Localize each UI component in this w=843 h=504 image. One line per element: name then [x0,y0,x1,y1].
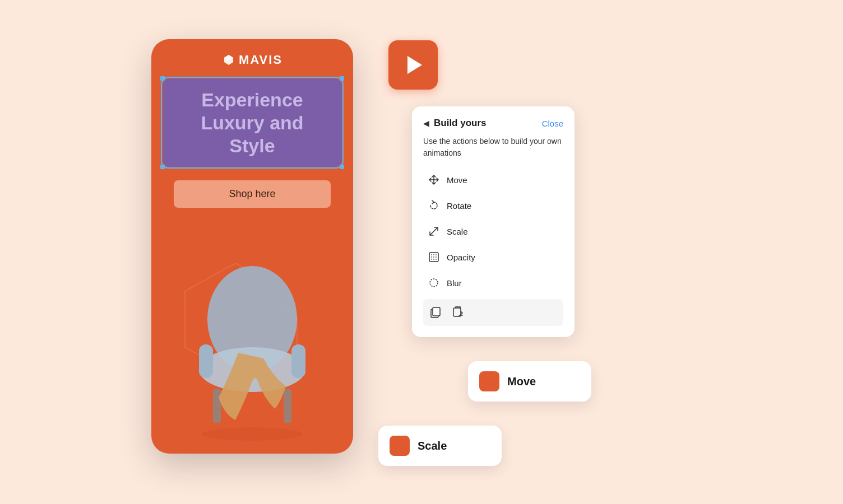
shop-button[interactable]: Shop here [174,180,331,208]
corner-handle-tl [160,76,165,81]
title-group: ◀ Build yours [423,118,487,129]
corner-handle-br [340,165,344,169]
action-item-opacity[interactable]: Opacity [423,245,563,269]
action-item-blur[interactable]: Blur [423,271,563,295]
opacity-icon [428,251,440,263]
scale-card-label: Scale [418,440,447,452]
build-panel: ◀ Build yours Close Use the actions belo… [412,106,575,337]
action-item-scale[interactable]: Scale [423,220,563,243]
blur-icon [428,277,440,289]
logo-text: MAVIS [239,53,282,67]
panel-title: Build yours [434,118,487,129]
svg-rect-7 [284,389,291,423]
close-button[interactable]: Close [542,119,563,128]
corner-handle-bl [160,165,165,169]
svg-point-8 [202,427,303,441]
move-card[interactable]: Move [468,361,591,402]
scale-icon [428,225,440,237]
move-card-icon [479,371,499,391]
action-label-opacity: Opacity [447,253,475,262]
bottom-icons-row [423,299,563,326]
move-card-label: Move [507,375,536,388]
main-container: MAVIS Experience Luxury and Style Shop h… [0,0,843,504]
scale-card-icon [390,436,410,456]
action-item-rotate[interactable]: Rotate [423,194,563,217]
phone-title-box: Experience Luxury and Style [163,78,342,167]
action-label-scale: Scale [447,227,468,236]
action-label-move: Move [447,175,467,185]
svg-rect-6 [213,389,221,423]
panel-description: Use the actions below to build your own … [423,136,563,159]
mavis-logo: MAVIS [222,53,282,67]
action-list: Move Rotate Scale [423,168,563,295]
panel-arrow-icon: ◀ [423,119,429,128]
paste-icon-button[interactable] [450,305,466,320]
corner-handle-tr [340,76,344,81]
action-item-move[interactable]: Move [423,168,563,192]
svg-point-10 [430,279,438,287]
move-icon [428,174,440,186]
action-label-rotate: Rotate [447,201,471,211]
phone-header: MAVIS [211,39,294,74]
rotate-icon [428,199,440,212]
svg-rect-12 [433,307,440,316]
action-label-blur: Blur [447,278,462,288]
play-icon [407,56,422,74]
chair-svg [151,241,353,454]
build-panel-header: ◀ Build yours Close [423,118,563,129]
svg-rect-4 [199,344,213,378]
chair-illustration [151,241,353,454]
copy-icon-button[interactable] [428,305,443,320]
phone-mockup: MAVIS Experience Luxury and Style Shop h… [151,39,353,454]
mavis-logo-icon [222,53,235,67]
scale-card[interactable]: Scale [378,426,502,466]
phone-title: Experience Luxury and Style [174,88,331,157]
play-button[interactable] [388,40,438,90]
svg-rect-5 [291,344,305,378]
